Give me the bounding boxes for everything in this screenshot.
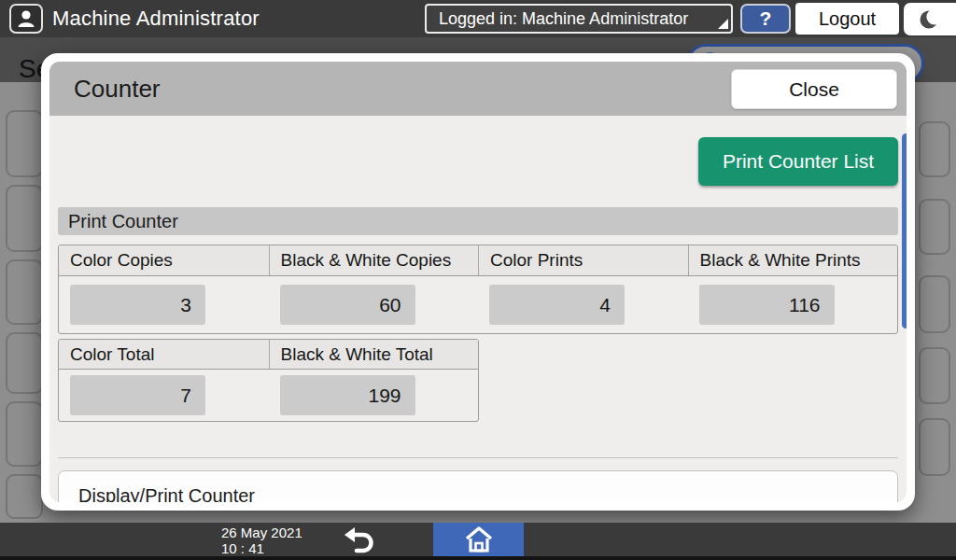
display-print-counter-label: Display/Print Counter bbox=[78, 485, 255, 502]
back-arrow-icon bbox=[343, 525, 376, 553]
table-header-row: Color Copies Black & White Copies Color … bbox=[59, 245, 897, 276]
login-status-label: Logged in: Machine Administrator bbox=[439, 9, 688, 29]
logout-label: Logout bbox=[819, 8, 876, 30]
background-tile bbox=[6, 401, 43, 467]
background-tile bbox=[919, 275, 950, 333]
home-icon bbox=[463, 525, 495, 553]
machine-touchscreen: Settings Machine Administrator Logged in… bbox=[0, 0, 956, 560]
dialog-title: Counter bbox=[74, 62, 161, 116]
counter-dialog: Counter Close Print Counter List Print C… bbox=[41, 53, 915, 511]
bw-prints-count: 116 bbox=[699, 285, 835, 325]
close-label: Close bbox=[789, 78, 839, 101]
user-account-icon[interactable] bbox=[9, 4, 43, 34]
background-tile bbox=[6, 332, 43, 394]
print-counter-list-button[interactable]: Print Counter List bbox=[698, 137, 898, 186]
close-button[interactable]: Close bbox=[731, 69, 897, 109]
background-tile bbox=[919, 199, 950, 255]
background-tile bbox=[6, 474, 43, 519]
background-tile bbox=[919, 121, 950, 177]
datetime-display: 26 May 2021 10 : 41 bbox=[221, 525, 302, 556]
total-counter-table: Color Total Black & White Total 7 199 bbox=[58, 339, 479, 422]
home-button[interactable] bbox=[433, 523, 524, 556]
table-cell: 4 bbox=[478, 276, 688, 333]
back-button[interactable] bbox=[336, 523, 383, 556]
bottom-system-bar: 26 May 2021 10 : 41 bbox=[0, 523, 956, 556]
screen-bottom-edge bbox=[0, 556, 956, 560]
logout-button[interactable]: Logout bbox=[795, 3, 899, 35]
help-button[interactable]: ? bbox=[740, 4, 791, 34]
person-icon bbox=[15, 7, 37, 30]
color-copies-count: 3 bbox=[70, 285, 205, 325]
table-header-row: Color Total Black & White Total bbox=[59, 340, 478, 370]
date-label: 26 May 2021 bbox=[221, 525, 302, 540]
counter-dialog-body: Counter Close Print Counter List Print C… bbox=[49, 62, 907, 502]
background-tile bbox=[919, 347, 950, 404]
table-value-row: 3 60 4 116 bbox=[59, 276, 897, 333]
color-prints-count: 4 bbox=[489, 285, 625, 325]
display-print-counter-section[interactable]: Display/Print Counter bbox=[58, 470, 898, 502]
dropdown-corner-icon bbox=[718, 19, 728, 29]
table-value-row: 7 199 bbox=[59, 370, 478, 421]
table-cell: 116 bbox=[688, 276, 898, 333]
table-cell: 3 bbox=[59, 276, 269, 333]
column-header-color-prints: Color Prints bbox=[478, 245, 688, 275]
background-tile bbox=[6, 185, 43, 252]
energy-saver-button[interactable] bbox=[904, 3, 956, 35]
dialog-header: Counter Close bbox=[49, 62, 907, 116]
bw-copies-count: 60 bbox=[280, 285, 415, 325]
help-label: ? bbox=[760, 7, 772, 30]
color-total-count: 7 bbox=[70, 375, 205, 415]
table-cell: 7 bbox=[59, 370, 269, 421]
vertical-scrollbar[interactable] bbox=[902, 133, 907, 329]
time-label: 10 : 41 bbox=[221, 540, 302, 556]
bw-total-count: 199 bbox=[280, 375, 415, 415]
print-counter-section-header: Print Counter bbox=[58, 207, 898, 235]
print-counter-list-label: Print Counter List bbox=[723, 150, 874, 173]
login-status-dropdown[interactable]: Logged in: Machine Administrator bbox=[425, 4, 733, 34]
column-header-color-total: Color Total bbox=[59, 340, 269, 369]
column-header-bw-copies: Black & White Copies bbox=[269, 245, 479, 275]
print-counter-table: Color Copies Black & White Copies Color … bbox=[58, 245, 898, 334]
column-header-bw-total: Black & White Total bbox=[269, 340, 479, 369]
background-tile bbox=[6, 259, 43, 325]
moon-icon bbox=[917, 7, 945, 33]
section-divider bbox=[58, 457, 898, 458]
top-system-bar: Machine Administrator Logged in: Machine… bbox=[0, 0, 956, 37]
column-header-color-copies: Color Copies bbox=[59, 245, 269, 275]
page-title: Machine Administrator bbox=[52, 0, 260, 37]
table-cell: 199 bbox=[269, 370, 479, 421]
background-tile bbox=[919, 418, 950, 476]
background-tile bbox=[6, 110, 43, 177]
column-header-bw-prints: Black & White Prints bbox=[688, 245, 898, 275]
table-cell: 60 bbox=[269, 276, 479, 333]
